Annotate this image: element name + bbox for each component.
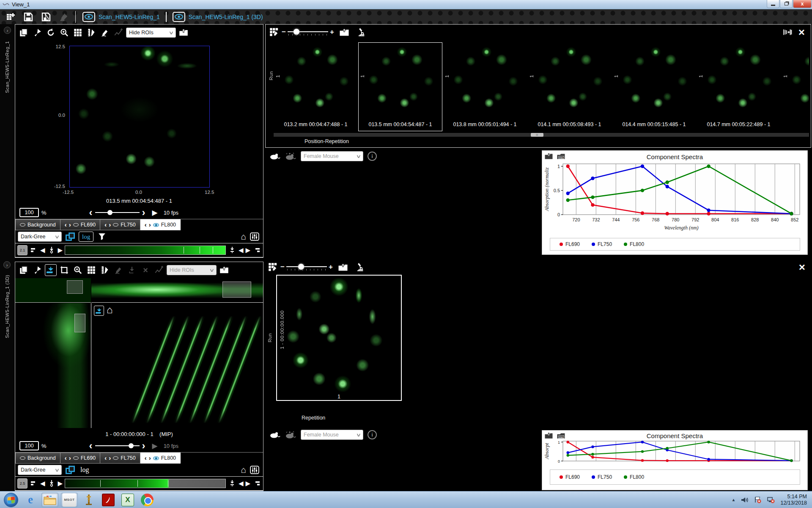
link-scale-icon[interactable]: [64, 231, 76, 243]
colormap-dropdown[interactable]: Dark-Gree∨: [18, 232, 62, 242]
tray-expand-icon[interactable]: ▲: [732, 497, 736, 502]
next-channel-icon[interactable]: ›: [69, 223, 71, 227]
pin-min-icon[interactable]: [47, 244, 56, 256]
viewer-3d-channel-tab-fl750[interactable]: ‹›FL750: [100, 453, 140, 464]
scan-thumbnail[interactable]: 1: [528, 43, 611, 120]
field-of-view-image[interactable]: [69, 46, 210, 188]
scrollbar-thumb[interactable]: |||: [531, 133, 543, 137]
viewer-3d-channel-tab-fl800[interactable]: ‹›FL800: [140, 453, 181, 464]
filmstrip-item[interactable]: 1014.1 mm 00:05:08:493 - 1: [527, 42, 612, 131]
grid-edit-icon[interactable]: [267, 261, 279, 273]
gain-value[interactable]: 2.1: [17, 245, 27, 255]
frame-slider-knob[interactable]: [107, 210, 112, 215]
zoom-percent-input[interactable]: 100: [19, 441, 39, 450]
scan-thumbnail[interactable]: 1: [359, 43, 442, 120]
max-left-icon[interactable]: ◀: [239, 480, 244, 487]
taskbar-ie-icon[interactable]: e: [22, 493, 39, 507]
max-level-icon[interactable]: [252, 244, 261, 256]
roi-stats-icon[interactable]: [112, 27, 124, 39]
prev-frame-icon[interactable]: ‹: [87, 208, 95, 217]
taskbar-instrument-icon[interactable]: [80, 493, 97, 507]
thumbnail-size-slider[interactable]: [288, 29, 328, 36]
draw-roi-icon[interactable]: [112, 264, 124, 276]
levels-icon[interactable]: [249, 231, 261, 243]
mip-views[interactable]: ⌂: [15, 278, 263, 431]
expand-chevron-icon[interactable]: ›: [3, 261, 11, 268]
volume-icon[interactable]: [741, 497, 749, 503]
save-as-button[interactable]: [39, 11, 53, 23]
expand-chevron-icon[interactable]: ›: [4, 27, 11, 34]
prev-frame-icon[interactable]: ‹: [87, 442, 95, 450]
filter-icon[interactable]: [96, 231, 108, 243]
gain-value[interactable]: 2.5: [17, 478, 27, 489]
mip-main-view[interactable]: ⌂: [91, 303, 263, 428]
network-icon[interactable]: [767, 496, 775, 503]
repetition-thumbnail[interactable]: 1 - 00:00:00.000 1: [276, 275, 402, 401]
zoom-out-icon[interactable]: −: [282, 28, 286, 36]
filmstrip-item[interactable]: 1013.8 mm 00:05:01:494 - 1: [443, 42, 527, 131]
taskbar-excel-icon[interactable]: X: [119, 493, 136, 507]
new-view-button[interactable]: [3, 11, 18, 23]
collapse-strip-icon[interactable]: [782, 26, 793, 38]
viewer-3d-channel-tab-fl690[interactable]: ‹›FL690: [60, 453, 100, 464]
home-icon[interactable]: ⌂: [241, 232, 246, 241]
max-left-icon[interactable]: ◀: [239, 246, 244, 254]
filmstrip-item[interactable]: 1014.4 mm 00:05:15:485 - 1: [612, 42, 696, 131]
next-channel-icon[interactable]: ›: [109, 223, 111, 227]
min-level-icon[interactable]: [30, 478, 38, 489]
ruler-icon[interactable]: [99, 264, 111, 276]
clock[interactable]: 5:14 PM 12/13/2018: [780, 494, 807, 506]
link-scale-icon[interactable]: [64, 464, 76, 476]
action-center-icon[interactable]: [754, 496, 762, 503]
zoom-icon[interactable]: [58, 27, 70, 39]
drop-marker-icon[interactable]: [126, 264, 138, 276]
restore-button[interactable]: [780, 0, 793, 8]
min-level-icon[interactable]: [30, 244, 38, 256]
roi-visibility-dropdown[interactable]: Hide ROIs∨: [167, 265, 217, 275]
grid-icon[interactable]: [72, 27, 84, 39]
mip-toggle-icon[interactable]: [94, 306, 104, 316]
zoom-percent-input[interactable]: 100: [19, 208, 39, 217]
mouse-position-icon[interactable]: [285, 152, 296, 160]
mip-toggle-icon[interactable]: [45, 264, 57, 276]
close-panel-icon[interactable]: ×: [799, 262, 805, 272]
close-button[interactable]: x: [793, 0, 812, 8]
prev-channel-icon[interactable]: ‹: [104, 223, 107, 227]
next-channel-icon[interactable]: ›: [149, 456, 151, 460]
export-xml-icon[interactable]: XML: [557, 432, 565, 439]
export-folder-icon[interactable]: [337, 261, 349, 273]
filmstrip-item[interactable]: 1014.7 mm 00:05:22:489 - 1: [697, 42, 781, 131]
prev-channel-icon[interactable]: ‹: [145, 456, 147, 460]
selection-rect[interactable]: [74, 314, 85, 332]
tab-scan-hew5-linreg-1-3d[interactable]: Scan_HEW5-LinReg_1 (3D): [173, 12, 263, 22]
duplicate-view-icon[interactable]: [18, 264, 30, 276]
zoom-in-icon[interactable]: +: [330, 28, 334, 36]
delete-icon[interactable]: ×: [140, 264, 151, 276]
repetition-image[interactable]: [277, 276, 401, 400]
scan-thumbnail[interactable]: 1: [274, 43, 357, 120]
home-icon[interactable]: ⌂: [241, 466, 246, 474]
zoom-icon[interactable]: [72, 264, 84, 276]
prev-channel-icon[interactable]: ‹: [65, 223, 67, 227]
start-button[interactable]: [3, 493, 19, 507]
export-xml-icon[interactable]: XML: [557, 152, 565, 160]
mip-side-view[interactable]: [91, 278, 263, 303]
taskbar-explorer-icon[interactable]: [41, 493, 58, 507]
pin-max-icon[interactable]: [228, 478, 236, 489]
pin-min-icon[interactable]: [47, 478, 56, 489]
zoom-out-icon[interactable]: −: [280, 263, 285, 271]
scan-thumbnail[interactable]: 1: [443, 43, 527, 120]
range-right-icon[interactable]: ▶: [58, 246, 63, 254]
save-button[interactable]: [21, 11, 36, 23]
info-icon[interactable]: i: [368, 430, 377, 439]
filmstrip-item[interactable]: 1013.2 mm 00:04:47:488 - 1: [274, 42, 358, 131]
export-folder-icon[interactable]: [218, 264, 230, 276]
brush-icon[interactable]: [31, 264, 43, 276]
viewer-2d-channel-tab-fl750[interactable]: ‹›FL750: [100, 219, 140, 230]
export-spectra-icon[interactable]: [544, 432, 553, 439]
grid-edit-icon[interactable]: [268, 26, 280, 38]
play-icon[interactable]: ▶: [152, 442, 158, 450]
viewer-2d-channel-tab-background[interactable]: Background: [15, 219, 60, 230]
brush-icon[interactable]: [31, 27, 43, 39]
frame-slider[interactable]: [95, 212, 140, 213]
